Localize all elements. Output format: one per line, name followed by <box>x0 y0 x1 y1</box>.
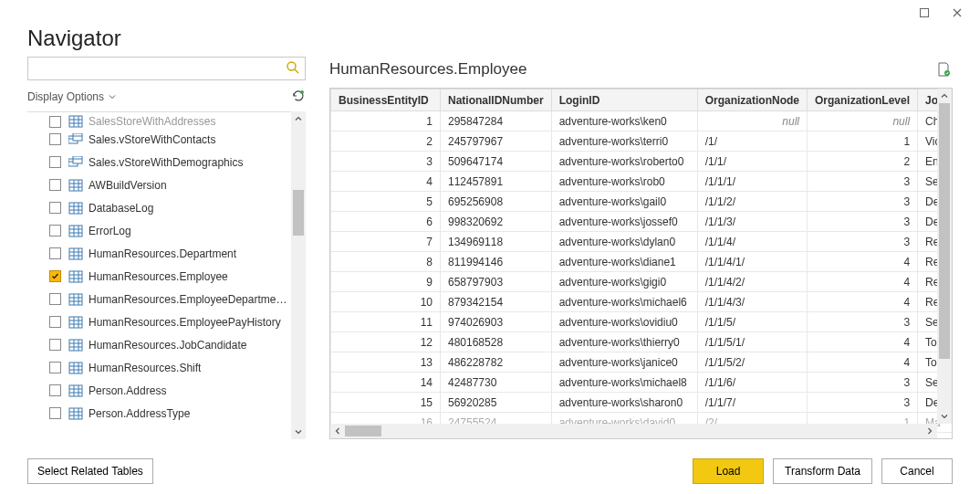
checkbox[interactable] <box>49 133 61 145</box>
grid-hscroll-thumb[interactable] <box>345 426 381 436</box>
search-input[interactable] <box>27 57 306 80</box>
checkbox[interactable] <box>49 293 61 305</box>
cell: 3 <box>808 212 918 232</box>
checkbox[interactable] <box>49 362 61 373</box>
cell: adventure-works\ovidiu0 <box>551 312 697 332</box>
column-header[interactable]: OrganizationNode <box>697 89 807 111</box>
checkbox[interactable] <box>49 384 61 396</box>
cell: 9 <box>331 272 441 292</box>
cell: /1/1/ <box>697 152 807 172</box>
scroll-up-icon[interactable] <box>291 111 306 126</box>
table-row[interactable]: 1556920285adventure-works\sharon0/1/1/7/… <box>331 393 953 413</box>
table-icon <box>68 339 83 352</box>
table-row[interactable]: 5695256908adventure-works\gail0/1/1/2/3D… <box>331 192 953 212</box>
cell: 3 <box>808 232 918 252</box>
checkbox[interactable] <box>49 407 61 419</box>
grid-hscrollbar[interactable] <box>330 424 937 438</box>
table-row[interactable]: 13486228782adventure-works\janice0/1/1/5… <box>331 352 953 373</box>
grid-vscrollbar[interactable] <box>937 89 952 424</box>
cell: null <box>808 111 918 131</box>
table-row[interactable]: 12480168528adventure-works\thierry0/1/1/… <box>331 332 953 352</box>
grid-scroll-right-icon[interactable] <box>923 424 937 438</box>
checkbox[interactable] <box>49 270 61 282</box>
tree-item[interactable]: Person.Address <box>27 379 291 402</box>
display-options-dropdown[interactable]: Display Options <box>27 90 117 103</box>
tree-scrollbar[interactable] <box>291 111 306 439</box>
load-button[interactable]: Load <box>693 458 764 484</box>
scroll-track[interactable] <box>291 126 306 425</box>
grid-scroll-left-icon[interactable] <box>330 424 345 438</box>
tree-item[interactable]: HumanResources.Employee <box>27 265 291 288</box>
grid-scroll-up-icon[interactable] <box>937 89 952 103</box>
column-header[interactable]: BusinessEntityID <box>331 89 441 111</box>
table-row[interactable]: 9658797903adventure-works\gigi0/1/1/4/2/… <box>331 272 953 292</box>
display-options-label: Display Options <box>27 90 104 103</box>
cell: 480168528 <box>441 332 552 352</box>
search-button[interactable] <box>286 60 302 77</box>
checkbox[interactable] <box>49 316 61 328</box>
grid-scroll: BusinessEntityIDNationalIDNumberLoginIDO… <box>330 89 952 438</box>
svg-rect-42 <box>69 294 82 305</box>
cell: 3 <box>808 393 918 413</box>
tree-item[interactable]: HumanResources.EmployeePayHistory <box>27 310 291 333</box>
preview-header: HumanResources.Employee <box>329 57 953 82</box>
table-row[interactable]: 3509647174adventure-works\roberto0/1/1/2… <box>331 152 953 172</box>
table-row[interactable]: 4112457891adventure-works\rob0/1/1/1/3Se… <box>331 172 953 192</box>
transform-data-button[interactable]: Transform Data <box>773 458 872 484</box>
column-header[interactable]: OrganizationLevel <box>808 89 918 111</box>
maximize-button[interactable] <box>909 4 940 22</box>
tree-item[interactable]: HumanResources.Department <box>27 242 291 265</box>
table-row[interactable]: 10879342154adventure-works\michael6/1/1/… <box>331 292 953 312</box>
checkbox[interactable] <box>49 202 61 214</box>
grid-scroll-down-icon[interactable] <box>937 409 952 424</box>
tree-item[interactable]: HumanResources.Shift <box>27 356 291 379</box>
table-row[interactable]: 6998320692adventure-works\jossef0/1/1/3/… <box>331 212 953 232</box>
cell: /1/1/4/3/ <box>697 292 807 312</box>
cell: null <box>697 111 807 131</box>
tree-item[interactable]: HumanResources.EmployeeDepartmen... <box>27 288 291 310</box>
table-row[interactable]: 1442487730adventure-works\michael8/1/1/6… <box>331 373 953 393</box>
table-row[interactable]: 11974026903adventure-works\ovidiu0/1/1/5… <box>331 312 953 332</box>
table-row[interactable]: 2245797967adventure-works\terri0/1/1Vice <box>331 131 953 152</box>
cell: 245797967 <box>441 131 552 152</box>
cancel-button[interactable]: Cancel <box>881 458 953 484</box>
cell: adventure-works\janice0 <box>551 352 697 373</box>
grid-vscroll-track[interactable] <box>937 103 952 409</box>
column-header[interactable]: LoginID <box>551 89 697 111</box>
table-row[interactable]: 8811994146adventure-works\diane1/1/1/4/1… <box>331 252 953 272</box>
preview-edit-button[interactable] <box>934 60 953 79</box>
tree-item-label: HumanResources.Employee <box>89 270 228 283</box>
grid-vscroll-thumb[interactable] <box>939 103 950 359</box>
column-header[interactable]: NationalIDNumber <box>441 89 552 111</box>
body: Display Options SalesStoreWithAddressesS… <box>0 57 980 448</box>
cell: adventure-works\diane1 <box>551 252 697 272</box>
tree-item[interactable]: Sales.vStoreWithContacts <box>27 128 291 151</box>
table-row[interactable]: 7134969118adventure-works\dylan0/1/1/4/3… <box>331 232 953 252</box>
tree-item[interactable]: ErrorLog <box>27 219 291 242</box>
cell: 509647174 <box>441 152 552 172</box>
tree-item[interactable]: Sales.vStoreWithDemographics <box>27 151 291 173</box>
scroll-thumb[interactable] <box>293 190 304 236</box>
grid-hscroll-track[interactable] <box>345 424 923 438</box>
cell: adventure-works\jossef0 <box>551 212 697 232</box>
tree-item[interactable]: DatabaseLog <box>27 196 291 219</box>
checkbox[interactable] <box>49 339 61 351</box>
scroll-down-icon[interactable] <box>291 425 306 439</box>
svg-rect-27 <box>69 226 82 236</box>
tree-item[interactable]: HumanResources.JobCandidate <box>27 333 291 356</box>
table-icon <box>68 362 83 374</box>
checkbox[interactable] <box>49 156 61 168</box>
checkbox[interactable] <box>49 225 61 236</box>
table-row[interactable]: 1295847284adventure-works\ken0nullnullCh… <box>331 111 953 131</box>
cell: 10 <box>331 292 441 312</box>
checkbox[interactable] <box>49 179 61 191</box>
tree-item[interactable]: AWBuildVersion <box>27 173 291 196</box>
close-button[interactable] <box>942 4 973 22</box>
cell: 4 <box>808 272 918 292</box>
refresh-button[interactable] <box>291 89 306 106</box>
select-related-tables-button[interactable]: Select Related Tables <box>27 458 153 484</box>
checkbox[interactable] <box>49 247 61 259</box>
tree-item[interactable]: Person.AddressType <box>27 402 291 425</box>
cell: 658797903 <box>441 272 552 292</box>
cell: 13 <box>331 352 441 373</box>
